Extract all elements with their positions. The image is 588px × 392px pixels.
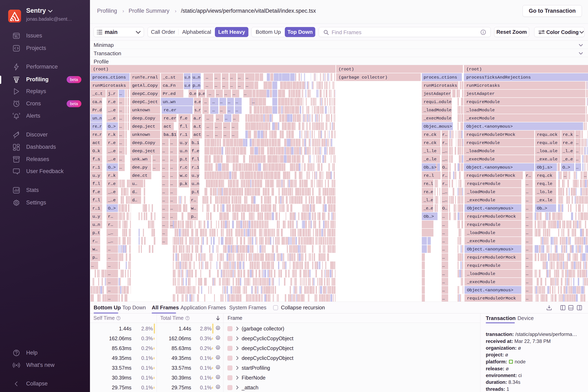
- svg-text:…: …: [162, 190, 165, 194]
- svg-text:…: …: [170, 157, 173, 162]
- svg-text:…: …: [162, 165, 165, 170]
- svg-text:ca…n: ca…n: [92, 100, 102, 104]
- svg-text:f…s: f…s: [92, 157, 100, 162]
- svg-text:requireModuleOrMock: requireModuleOrMock: [467, 296, 516, 301]
- svg-text:unknown: unknown: [132, 108, 150, 112]
- svg-text:_execModule: _execModule: [466, 157, 495, 162]
- svg-text:…: …: [119, 132, 122, 137]
- svg-text:O…>: O…>: [563, 165, 570, 170]
- svg-text:_loadModule: _loadModule: [467, 272, 495, 276]
- svg-text:…: …: [119, 116, 122, 121]
- svg-text:r…: r…: [108, 222, 113, 227]
- svg-text:r…: r…: [526, 173, 531, 178]
- svg-text:requ…ule: requ…ule: [537, 140, 558, 145]
- svg-text:…: …: [212, 100, 215, 104]
- svg-text:…: …: [108, 288, 111, 292]
- svg-text:_e…le: _e…le: [423, 157, 436, 162]
- svg-text:…: …: [230, 75, 233, 80]
- svg-text:…: …: [206, 83, 208, 88]
- svg-text:ca…Fn: ca…Fn: [163, 83, 176, 88]
- svg-text:…: …: [162, 230, 165, 235]
- svg-text:…: …: [232, 124, 235, 129]
- svg-text:_…e: _…e: [108, 198, 116, 202]
- svg-text:…: …: [108, 255, 111, 260]
- svg-text:…: …: [153, 157, 156, 162]
- svg-text:act: act: [92, 140, 100, 145]
- svg-text:…: …: [526, 198, 529, 202]
- svg-text:req…ck: req…ck: [537, 173, 553, 178]
- svg-text:r…c: r…c: [180, 165, 188, 170]
- svg-text:deep…Copy: deep…Copy: [132, 140, 155, 145]
- svg-text:O…: O…: [442, 206, 447, 211]
- svg-text:…: …: [204, 108, 207, 112]
- svg-text:…: …: [526, 214, 529, 219]
- svg-text:…: …: [228, 108, 230, 112]
- svg-text:_ex…le: _ex…le: [537, 198, 553, 202]
- svg-text:…: …: [220, 100, 223, 104]
- svg-text:requireModule: requireModule: [466, 140, 500, 145]
- svg-text:…: …: [206, 75, 208, 80]
- svg-text:_…e: _…e: [108, 149, 116, 154]
- svg-text:…: …: [246, 83, 248, 88]
- svg-text:…: …: [162, 198, 165, 202]
- svg-text:requi…odule: requi…odule: [424, 100, 451, 104]
- svg-text:Ob…>: Ob…>: [424, 214, 434, 219]
- svg-text:_loadModule: _loadModule: [467, 190, 495, 194]
- svg-text:_lo…le: _lo…le: [537, 190, 553, 194]
- svg-text:re…er: re…er: [164, 116, 176, 121]
- svg-text:Obj…s>: Obj…s>: [537, 165, 553, 170]
- svg-text:u…n: u…n: [192, 182, 199, 186]
- svg-text:_l…e: _l…e: [563, 149, 573, 154]
- svg-text:…: …: [576, 132, 579, 137]
- svg-text:…: …: [220, 108, 223, 112]
- svg-text:…: …: [224, 124, 226, 129]
- svg-text:…: …: [170, 173, 173, 178]
- svg-text:…: …: [526, 190, 529, 194]
- svg-text:_loa…ule: _loa…ule: [537, 149, 558, 154]
- svg-text:…: …: [108, 247, 111, 252]
- svg-text:…: …: [119, 124, 122, 129]
- svg-text:…: …: [442, 214, 445, 219]
- svg-text:_…e: _…e: [108, 108, 116, 112]
- svg-text:re…r: re…r: [92, 124, 102, 129]
- svg-text:u…y: u…y: [180, 140, 188, 145]
- svg-text:…: …: [119, 140, 122, 145]
- svg-text:deep…ject: deep…ject: [132, 149, 155, 154]
- svg-text:_execModule: _execModule: [467, 239, 495, 244]
- svg-text:r…1: r…1: [180, 132, 188, 137]
- svg-text:…: …: [207, 132, 209, 137]
- svg-text:r…1: r…1: [192, 165, 199, 170]
- svg-text:_e…e: _e…e: [423, 206, 433, 211]
- svg-text:(root): (root): [338, 67, 354, 72]
- svg-text:…: …: [526, 206, 529, 211]
- svg-text:f…e: f…e: [92, 190, 100, 194]
- svg-text:u…y: u…y: [92, 173, 100, 178]
- svg-text:…: …: [119, 149, 122, 154]
- svg-text:…: …: [215, 132, 218, 137]
- svg-text:…: …: [526, 296, 529, 301]
- svg-text:a…r: a…r: [193, 116, 201, 121]
- svg-text:b…1: b…1: [192, 140, 199, 145]
- svg-text:…: …: [526, 247, 529, 252]
- svg-text:…: …: [244, 92, 247, 96]
- svg-text:dee…py: dee…py: [132, 165, 148, 170]
- svg-text:…: …: [225, 116, 228, 121]
- svg-text:_exe…ule: _exe…ule: [537, 157, 558, 162]
- svg-text:…: …: [119, 92, 122, 96]
- svg-text:requireModuleOrMock: requireModuleOrMock: [466, 173, 515, 178]
- svg-text:…: …: [442, 247, 445, 252]
- svg-text:…: …: [442, 272, 445, 276]
- svg-text:p…: p…: [92, 255, 97, 260]
- svg-text:r…k: r…k: [108, 132, 116, 137]
- svg-text:…: …: [162, 239, 165, 244]
- svg-text:u…n: u…n: [92, 222, 100, 227]
- svg-text:…: …: [238, 83, 241, 88]
- svg-text:runTe…rnal: runTe…rnal: [132, 75, 158, 80]
- svg-text:_execModule: _execModule: [467, 198, 495, 202]
- svg-text:d…: d…: [132, 198, 137, 202]
- svg-text:Pr…ed: Pr…ed: [163, 92, 176, 96]
- svg-text:r…: r…: [191, 198, 196, 202]
- svg-text:_execModule: _execModule: [466, 116, 495, 121]
- svg-text:f…e: f…e: [192, 149, 199, 154]
- svg-text:O…>: O…>: [108, 165, 116, 170]
